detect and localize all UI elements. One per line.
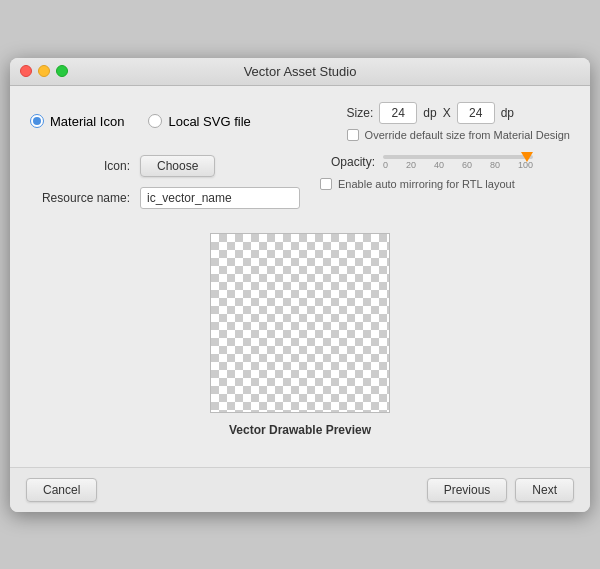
- resource-label: Resource name:: [30, 191, 130, 205]
- bottom-bar: Cancel Previous Next: [10, 467, 590, 512]
- close-button[interactable]: [20, 65, 32, 77]
- previous-button[interactable]: Previous: [427, 478, 508, 502]
- preview-label: Vector Drawable Preview: [229, 423, 371, 437]
- local-svg-radio[interactable]: Local SVG file: [148, 114, 250, 129]
- x-label: X: [443, 106, 451, 120]
- tick-40: 40: [434, 160, 444, 170]
- preview-area: Vector Drawable Preview: [30, 233, 570, 437]
- tick-0: 0: [383, 160, 388, 170]
- right-column: Opacity: 0 20 40 60 80 100: [310, 155, 570, 190]
- resource-row: Resource name:: [30, 187, 300, 209]
- maximize-button[interactable]: [56, 65, 68, 77]
- radio-circle-material: [30, 114, 44, 128]
- choose-button[interactable]: Choose: [140, 155, 215, 177]
- size-group: Size: dp X dp: [347, 102, 514, 124]
- rtl-label: Enable auto mirroring for RTL layout: [338, 178, 515, 190]
- traffic-lights: [20, 65, 68, 77]
- tick-60: 60: [462, 160, 472, 170]
- resource-input[interactable]: [140, 187, 300, 209]
- height-input[interactable]: [457, 102, 495, 124]
- content-area: Material Icon Local SVG file Size: dp X …: [10, 86, 590, 467]
- opacity-label: Opacity:: [320, 155, 375, 169]
- slider-container: 0 20 40 60 80 100: [383, 155, 533, 170]
- override-checkbox[interactable]: [347, 129, 359, 141]
- size-section: Size: dp X dp Override default size from…: [347, 102, 570, 141]
- left-column: Icon: Choose Resource name:: [30, 155, 310, 219]
- material-icon-radio[interactable]: Material Icon: [30, 114, 124, 129]
- icon-label: Icon:: [30, 159, 130, 173]
- rtl-row: Enable auto mirroring for RTL layout: [320, 178, 570, 190]
- tick-100: 100: [518, 160, 533, 170]
- local-svg-label: Local SVG file: [168, 114, 250, 129]
- next-button[interactable]: Next: [515, 478, 574, 502]
- window: Vector Asset Studio Material Icon Local …: [10, 58, 590, 512]
- cancel-button[interactable]: Cancel: [26, 478, 97, 502]
- override-row: Override default size from Material Desi…: [347, 129, 570, 141]
- opacity-slider[interactable]: [383, 155, 533, 159]
- radio-group: Material Icon Local SVG file: [30, 114, 251, 129]
- nav-buttons: Previous Next: [427, 478, 574, 502]
- radio-circle-svg: [148, 114, 162, 128]
- minimize-button[interactable]: [38, 65, 50, 77]
- slider-scale: 0 20 40 60 80 100: [383, 160, 533, 170]
- opacity-row: Opacity: 0 20 40 60 80 100: [320, 155, 570, 170]
- tick-80: 80: [490, 160, 500, 170]
- top-row: Material Icon Local SVG file Size: dp X …: [30, 102, 570, 141]
- dp-label-1: dp: [423, 106, 436, 120]
- window-title: Vector Asset Studio: [244, 64, 357, 79]
- material-icon-label: Material Icon: [50, 114, 124, 129]
- two-column-layout: Icon: Choose Resource name: Opacity:: [30, 155, 570, 219]
- icon-row: Icon: Choose: [30, 155, 300, 177]
- tick-20: 20: [406, 160, 416, 170]
- preview-canvas: [210, 233, 390, 413]
- size-label: Size:: [347, 106, 374, 120]
- override-label: Override default size from Material Desi…: [365, 129, 570, 141]
- width-input[interactable]: [379, 102, 417, 124]
- title-bar: Vector Asset Studio: [10, 58, 590, 86]
- dp-label-2: dp: [501, 106, 514, 120]
- rtl-checkbox[interactable]: [320, 178, 332, 190]
